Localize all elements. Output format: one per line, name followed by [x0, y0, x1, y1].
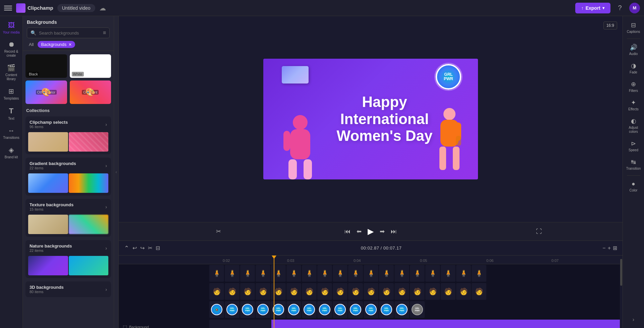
timeline-expand-icon[interactable]: ⌃: [124, 244, 129, 252]
filter-icon[interactable]: ≡: [103, 30, 106, 36]
transition-icon: ↹: [631, 158, 636, 166]
sidebar-label-text: Text: [8, 117, 14, 121]
undo-icon[interactable]: ↩: [132, 245, 137, 251]
sidebar-item-record-create[interactable]: ⏺ Record & create: [1, 38, 21, 60]
rs-item-fade[interactable]: ◑ Fade: [624, 59, 643, 77]
film-frame: 🧍: [225, 265, 239, 282]
help-button[interactable]: ?: [614, 3, 625, 13]
main-layout: 🖼 Your media ⏺ Record & create 🎬 Content…: [0, 16, 644, 328]
rs-item-filters[interactable]: ⊕ Filters: [624, 78, 643, 96]
collection-texture-backgrounds-header[interactable]: Texture backgrounds 15 items ›: [25, 199, 111, 215]
step-back-icon[interactable]: ⬅: [357, 228, 362, 235]
white-bg-thumb[interactable]: White: [70, 54, 111, 78]
sidebar-item-text[interactable]: T Text: [1, 104, 21, 123]
timeline-area: ⌃ ↩ ↪ ✂ ⊟ 00:02.87 / 00:07.17 − + ⊞: [119, 241, 623, 328]
chip-close-icon[interactable]: ✕: [68, 42, 72, 47]
preview-text-line3: Women's Day: [336, 127, 432, 145]
rs-item-audio[interactable]: 🔊 Audio: [624, 41, 643, 59]
rs-item-color[interactable]: ● Color: [624, 178, 643, 195]
crop-icon[interactable]: ✂: [216, 228, 221, 235]
export-button[interactable]: ↑ Export ▾: [575, 3, 610, 13]
film-frame: 🧍: [240, 265, 255, 282]
search-icon: 🔍: [31, 30, 36, 36]
rs-item-adjust-colors[interactable]: ◐ Adjust colors: [624, 115, 643, 136]
collection-nature-backgrounds: Nature backgrounds 22 items ›: [25, 240, 111, 278]
rs-item-transition[interactable]: ↹ Transition: [624, 156, 643, 173]
film-frame: 🧑: [317, 283, 332, 300]
hamburger-menu[interactable]: [4, 4, 12, 12]
collection-nature-backgrounds-header[interactable]: Nature backgrounds 22 items ›: [25, 240, 111, 256]
gradient-backgrounds-count: 22 items: [30, 166, 76, 170]
user-avatar[interactable]: M: [629, 3, 640, 13]
gradient-thumb[interactable]: 🎨 Gradient: [70, 80, 111, 104]
video-title[interactable]: Untitled video: [57, 4, 95, 12]
sidebar-label-content-library: Content library: [3, 73, 20, 81]
skip-forward-icon[interactable]: ⏭: [391, 228, 397, 235]
film-frame: 🧑: [271, 283, 286, 300]
coll-thumb-teal-nature[interactable]: [69, 256, 109, 275]
sidebar-item-transitions[interactable]: ↔ Transitions: [1, 124, 21, 143]
film-frame: 🧑: [472, 283, 486, 300]
sidebar-item-templates[interactable]: ⊞ Templates: [1, 85, 21, 103]
zoom-out-button[interactable]: −: [602, 245, 605, 251]
search-bar: 🔍 ≡: [27, 28, 110, 38]
your-media-icon: 🖼: [8, 21, 15, 29]
film-frame: 🧑: [364, 283, 378, 300]
chip-backgrounds[interactable]: Backgrounds ✕: [38, 41, 75, 48]
split-icon[interactable]: ⊟: [156, 245, 160, 251]
search-input[interactable]: [39, 31, 99, 36]
sidebar-item-brand-kit[interactable]: ◈ Brand kit: [1, 143, 21, 162]
coll-thumb-color-blur[interactable]: [69, 215, 109, 234]
film-frame: 🧍: [472, 265, 486, 282]
coll-thumb-tan-texture[interactable]: [28, 215, 68, 234]
collection-3d-backgrounds-header[interactable]: 3D backgrounds 80 items ›: [25, 281, 111, 297]
skip-back-icon[interactable]: ⏮: [344, 228, 351, 235]
fit-timeline-button[interactable]: ⊞: [613, 245, 617, 251]
backgrounds-panel: Backgrounds 🔍 ≡ All Backgrounds ✕ Black: [23, 16, 114, 328]
black-bg-thumb[interactable]: Black: [25, 54, 67, 78]
sidebar-item-your-media[interactable]: 🖼 Your media: [1, 19, 21, 37]
fullscreen-icon[interactable]: ⛶: [536, 228, 542, 235]
film-frame: 🧍: [441, 265, 455, 282]
grl-frame: GRLPWR: [271, 301, 286, 318]
film-frame: 🧍: [256, 265, 270, 282]
cut-icon[interactable]: ✂: [148, 245, 152, 251]
coll-thumb-pink-stripe[interactable]: [69, 132, 109, 152]
zoom-in-button[interactable]: +: [608, 245, 611, 251]
play-button[interactable]: ▶: [368, 227, 374, 236]
film-frame: 🧑: [425, 283, 440, 300]
timeline-scrollbar-thumb[interactable]: [620, 259, 622, 286]
step-forward-icon[interactable]: ➡: [380, 228, 385, 235]
ruler-0-02: 0:02: [223, 259, 230, 263]
right-sidebar-collapse[interactable]: ›: [633, 317, 634, 325]
timeline-scroll[interactable]: 0:02 0:03 0:04 0:05 0:06 0:07: [119, 256, 623, 328]
other-color-thumb[interactable]: 🎨 Other color: [25, 80, 67, 104]
timeline-toolbar: ⌃ ↩ ↪ ✂ ⊟ 00:02.87 / 00:07.17 − + ⊞: [119, 241, 623, 256]
grl-frame: GRLPWR: [364, 301, 378, 318]
gradient-backgrounds-name: Gradient backgrounds: [30, 161, 76, 166]
rs-label-fade: Fade: [630, 70, 637, 74]
coll-thumb-blue-grad[interactable]: [28, 173, 68, 193]
collection-clipchamp-selects-header[interactable]: Clipchamp selects 96 items ›: [25, 116, 111, 132]
black-label: Black: [28, 72, 39, 76]
panel-collapse-handle[interactable]: ‹: [114, 16, 119, 328]
sidebar-item-content-library[interactable]: 🎬 Content library: [1, 61, 21, 84]
collection-gradient-backgrounds-header[interactable]: Gradient backgrounds 22 items ›: [25, 158, 111, 173]
aspect-ratio-badge[interactable]: 16:9: [603, 21, 617, 30]
rs-divider-1: [627, 39, 640, 39]
sidebar-label-templates: Templates: [4, 97, 19, 101]
chip-all[interactable]: All: [27, 41, 36, 48]
film-frame: 🧍: [379, 265, 394, 282]
templates-icon: ⊞: [8, 87, 14, 95]
effects-icon: ✦: [631, 99, 636, 106]
coll-thumb-purple-nature[interactable]: [28, 256, 68, 275]
grl-frame: GRLPWR: [348, 301, 363, 318]
coll-thumb-tan[interactable]: [28, 132, 68, 152]
redo-icon[interactable]: ↪: [140, 245, 145, 251]
coll-thumb-rainbow-grad[interactable]: [69, 173, 109, 193]
rs-item-captions[interactable]: ⊟ Captions: [624, 19, 643, 37]
film-frame: 🧍: [317, 265, 332, 282]
rs-item-speed[interactable]: ⊳ Speed: [624, 137, 643, 155]
rs-item-effects[interactable]: ✦ Effects: [624, 96, 643, 114]
bg-purple-block[interactable]: [271, 320, 623, 328]
